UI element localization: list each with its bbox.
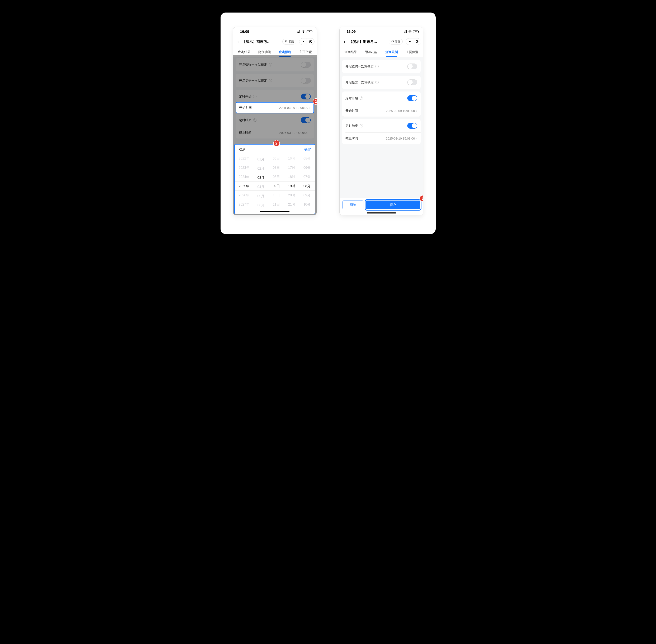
help-icon[interactable]: ?	[375, 65, 379, 68]
status-bar: 16:09 ::!! 76	[339, 27, 423, 36]
toggle-timed-start[interactable]	[407, 95, 417, 101]
help-icon[interactable]: ?	[360, 96, 363, 100]
row-timed-end[interactable]: 定时结束?	[342, 119, 421, 133]
more-icon[interactable]: ···	[406, 39, 413, 45]
chevron-right-icon: ›	[416, 137, 417, 140]
picker-col-hour[interactable]: 16时 17时 18时 19时 20时 21时 22时	[284, 154, 299, 210]
back-icon[interactable]: ‹	[342, 39, 348, 44]
toggle-lock-query[interactable]	[407, 64, 417, 69]
save-button[interactable]: 保存	[366, 201, 420, 209]
chevron-right-icon: ›	[416, 109, 417, 113]
toggle-timed-end[interactable]	[407, 123, 417, 129]
toggle-lock-submit[interactable]	[407, 79, 417, 85]
picker-col-month[interactable]: 01月 02月 03月 04月 05月 06月	[253, 154, 268, 210]
page-title: 【演示】期末考…	[242, 39, 271, 44]
customer-service-button[interactable]: 客服	[389, 39, 403, 45]
home-indicator	[367, 212, 396, 213]
more-icon[interactable]: ···	[299, 39, 307, 45]
row-start-time-highlighted[interactable]: 开始时间 2025-03-09 19:08:00 ›	[236, 102, 314, 113]
picker-col-minute[interactable]: 05分 06分 07分 08分 09分 10分 11分	[299, 154, 314, 210]
picker-cancel-button[interactable]: 取消	[239, 147, 245, 152]
close-target-icon[interactable]	[307, 39, 314, 45]
nav-bar: ‹ 【演示】期末考… 客服 ···	[233, 36, 317, 47]
wifi-icon	[302, 30, 305, 33]
wifi-icon	[408, 30, 412, 33]
headset-icon	[285, 40, 287, 43]
row-end-time[interactable]: 截止时间 2025-03-10 15:09:00 ›	[342, 133, 421, 144]
home-indicator	[260, 211, 289, 212]
tab-bar: 查询结果 附加功能 查询限制 主页位置	[339, 47, 423, 57]
row-timed-start[interactable]: 定时开始?	[342, 92, 421, 105]
phone-right: 16:09 ::!! 76 ‹ 【演示】期末考… 客服 ···	[339, 27, 423, 215]
tab-query-limit[interactable]: 查询限制	[384, 49, 399, 56]
status-time: 16:09	[347, 30, 356, 34]
signal-icon: ::!!	[297, 30, 300, 34]
row-lock-query[interactable]: 开启查询一次就锁定?	[342, 60, 421, 73]
tab-query-result[interactable]: 查询结果	[344, 49, 358, 56]
nav-bar: ‹ 【演示】期末考… 客服 ···	[339, 36, 423, 47]
tab-home-position[interactable]: 主页位置	[405, 49, 419, 56]
picker-confirm-button[interactable]: 确定	[304, 147, 311, 152]
headset-icon	[391, 40, 394, 43]
close-target-icon[interactable]	[413, 39, 421, 45]
row-start-time[interactable]: 开始时间 2025-03-09 19:08:00 ›	[342, 105, 421, 117]
status-bar: 16:09 ::!! 76	[233, 27, 317, 36]
signal-icon: ::!!	[404, 30, 407, 34]
status-time: 16:09	[240, 30, 249, 34]
annotation-badge-2: 2	[273, 140, 280, 147]
chevron-right-icon: ›	[309, 106, 310, 110]
battery-icon: 76	[307, 30, 312, 33]
datetime-picker[interactable]: 取消 确定 2022年 2023年 2024年 2025年 2026年 2027…	[234, 144, 315, 214]
settings-content: 开启查询一次就锁定? 开启提交一次就锁定? 定时开始?	[339, 57, 423, 215]
miniapp-capsule[interactable]: ···	[405, 38, 421, 45]
picker-col-year[interactable]: 2022年 2023年 2024年 2025年 2026年 2027年 2028…	[235, 154, 253, 210]
preview-button[interactable]: 预览	[343, 201, 364, 209]
page-title: 【演示】期末考…	[349, 39, 377, 44]
back-icon[interactable]: ‹	[235, 39, 241, 44]
miniapp-capsule[interactable]: ···	[299, 38, 314, 45]
picker-col-day[interactable]: 06日 07日 08日 09日 10日 11日 12日	[268, 154, 284, 210]
tab-extra[interactable]: 附加功能	[364, 49, 378, 56]
row-lock-submit[interactable]: 开启提交一次就锁定?	[342, 76, 421, 89]
battery-icon: 76	[413, 30, 419, 33]
help-icon[interactable]: ?	[375, 80, 379, 84]
help-icon[interactable]: ?	[360, 124, 363, 128]
phone-left: 16:09 ::!! 76 ‹ 【演示】期末考… 客服 ···	[233, 27, 317, 215]
customer-service-button[interactable]: 客服	[282, 39, 296, 45]
